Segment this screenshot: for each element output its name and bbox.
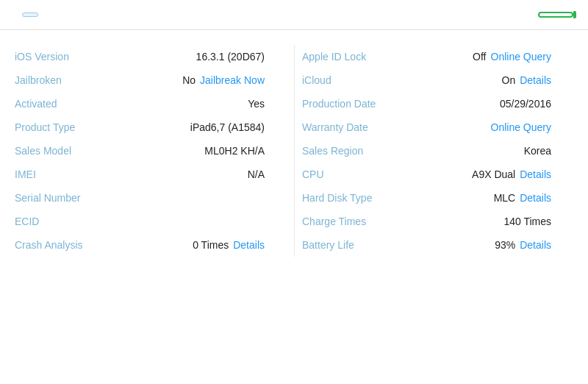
table-row: iOS Version16.3.1 (20D67) xyxy=(15,45,287,68)
table-row: Hard Disk TypeMLCDetails xyxy=(302,186,573,210)
left-column: iOS Version16.3.1 (20D67)JailbrokenNoJai… xyxy=(15,45,294,257)
info-value: 93% xyxy=(495,239,515,251)
info-label: Activated xyxy=(15,98,110,110)
info-label: ECID xyxy=(15,216,110,227)
info-label: Product Type xyxy=(15,121,110,133)
battery-indicator xyxy=(538,12,573,18)
table-row: Sales ModelML0H2 KH/A xyxy=(15,139,287,163)
info-label: Battery Life xyxy=(302,239,398,251)
table-row: Battery Life93%Details xyxy=(302,233,573,257)
info-value-group: 93%Details xyxy=(398,239,573,251)
info-value-group: NoJailbreak Now xyxy=(110,74,287,86)
info-label: Sales Model xyxy=(15,145,110,157)
info-label: Charge Times xyxy=(302,216,398,227)
table-row: Crash Analysis0 TimesDetails xyxy=(15,233,287,257)
info-value-group: OnDetails xyxy=(398,74,573,86)
device-header xyxy=(0,0,588,30)
info-label: Production Date xyxy=(302,98,398,110)
table-row: ActivatedYes xyxy=(15,92,287,115)
info-value: A9X Dual xyxy=(472,168,515,180)
info-content: iOS Version16.3.1 (20D67)JailbrokenNoJai… xyxy=(0,30,588,264)
table-row: ECID xyxy=(15,210,287,233)
info-value: 16.3.1 (20D67) xyxy=(110,51,287,63)
table-row: CPUA9X DualDetails xyxy=(302,163,573,186)
info-value: On xyxy=(502,74,516,86)
info-link[interactable]: Jailbreak Now xyxy=(200,74,265,86)
info-label: CPU xyxy=(302,168,398,180)
info-label: IMEI xyxy=(15,168,110,180)
info-label: iCloud xyxy=(302,74,398,86)
device-info-left xyxy=(15,13,532,17)
storage-badge xyxy=(22,13,38,17)
table-row: Sales RegionKorea xyxy=(302,139,573,163)
battery-status xyxy=(532,12,573,18)
info-label: Crash Analysis xyxy=(15,239,110,251)
info-value-group: A9X DualDetails xyxy=(398,168,573,180)
table-row: iCloudOnDetails xyxy=(302,68,573,92)
table-row: JailbrokenNoJailbreak Now xyxy=(15,68,287,92)
info-label: iOS Version xyxy=(15,51,110,63)
info-label: Apple ID Lock xyxy=(302,51,398,63)
info-link[interactable]: Details xyxy=(520,192,551,204)
info-value: 140 Times xyxy=(398,216,573,227)
info-value-group: OffOnline Query xyxy=(398,51,573,63)
info-value: Korea xyxy=(398,145,573,157)
info-value: Yes xyxy=(110,98,287,110)
info-label: Warranty Date xyxy=(302,121,398,133)
info-link[interactable]: Details xyxy=(520,168,551,180)
table-row: Charge Times140 Times xyxy=(302,210,573,233)
info-value: N/A xyxy=(110,168,287,180)
info-value: 05/29/2016 xyxy=(398,98,573,110)
info-value: No xyxy=(182,74,196,86)
info-link[interactable]: Details xyxy=(233,239,265,251)
info-link[interactable]: Details xyxy=(520,74,551,86)
info-label: Hard Disk Type xyxy=(302,192,398,204)
right-column: Apple ID LockOffOnline QueryiCloudOnDeta… xyxy=(294,45,573,257)
info-link[interactable]: Online Query xyxy=(491,121,551,133)
info-value-group: 0 TimesDetails xyxy=(110,239,287,251)
table-row: Warranty DateOnline Query xyxy=(302,115,573,139)
info-label: Sales Region xyxy=(302,145,398,157)
info-label: Jailbroken xyxy=(15,74,110,86)
table-row: IMEIN/A xyxy=(15,163,287,186)
table-row: Serial Number xyxy=(15,186,287,210)
info-link[interactable]: Online Query xyxy=(491,51,551,63)
info-value: ML0H2 KH/A xyxy=(110,145,287,157)
table-row: Apple ID LockOffOnline Query xyxy=(302,45,573,68)
info-value: iPad6,7 (A1584) xyxy=(110,121,287,133)
info-value-group: Online Query xyxy=(398,121,573,133)
info-value: MLC xyxy=(494,192,516,204)
info-value: Off xyxy=(473,51,486,63)
table-row: Production Date05/29/2016 xyxy=(302,92,573,115)
info-label: Serial Number xyxy=(15,192,110,204)
info-link[interactable]: Details xyxy=(520,239,551,251)
info-grid: iOS Version16.3.1 (20D67)JailbrokenNoJai… xyxy=(15,45,573,257)
info-value-group: MLCDetails xyxy=(398,192,573,204)
info-value: 0 Times xyxy=(193,239,229,251)
table-row: Product TypeiPad6,7 (A1584) xyxy=(15,115,287,139)
